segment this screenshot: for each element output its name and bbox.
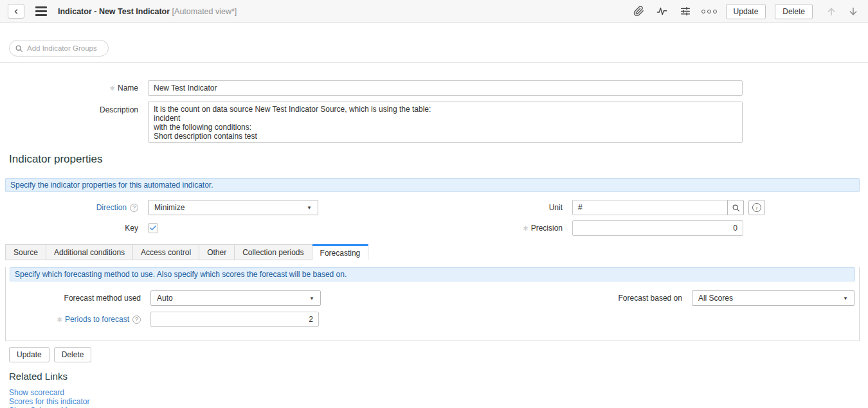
link-scores-for-this-indicator[interactable]: Scores for this indicator bbox=[9, 397, 868, 406]
description-textarea[interactable]: It is the count on data source New Test … bbox=[148, 102, 743, 143]
precision-input[interactable] bbox=[572, 220, 743, 236]
paperclip-icon[interactable] bbox=[632, 4, 646, 19]
indicator-properties-heading: Indicator properties bbox=[0, 143, 868, 166]
key-label: Key bbox=[0, 224, 148, 233]
name-label: ✱ Name bbox=[0, 84, 148, 93]
precision-label: ✱ Precision bbox=[424, 224, 572, 233]
next-record-arrow-down-icon[interactable] bbox=[846, 4, 860, 19]
periods-to-forecast-input[interactable] bbox=[150, 312, 319, 327]
tab-source[interactable]: Source bbox=[5, 244, 46, 260]
search-icon bbox=[732, 204, 740, 212]
tab-other[interactable]: Other bbox=[199, 244, 235, 260]
related-links-heading: Related Links bbox=[9, 371, 868, 382]
back-button[interactable] bbox=[8, 4, 24, 19]
description-label: Description bbox=[0, 105, 148, 114]
forecast-based-on-select[interactable]: All Scores▼ bbox=[692, 290, 854, 306]
forecast-method-label: Forecast method used bbox=[6, 294, 150, 303]
add-indicator-groups-input[interactable] bbox=[27, 44, 103, 52]
previous-record-arrow-up-icon[interactable] bbox=[824, 4, 838, 19]
periods-to-forecast-label[interactable]: ✱ Periods to forecast ? bbox=[6, 315, 150, 324]
key-checkbox[interactable] bbox=[148, 223, 158, 233]
unit-label: Unit bbox=[424, 203, 572, 212]
context-menu-icon[interactable] bbox=[35, 6, 47, 16]
add-indicator-groups-search[interactable] bbox=[9, 40, 109, 57]
tab-additional-conditions[interactable]: Additional conditions bbox=[46, 244, 133, 260]
search-icon bbox=[15, 44, 23, 53]
activity-stream-icon[interactable] bbox=[655, 4, 669, 19]
mandatory-asterisk-icon: ✱ bbox=[523, 225, 528, 232]
forecasting-info-message: Specify which forecasting method to use.… bbox=[10, 267, 855, 281]
header-update-button[interactable]: Update bbox=[726, 4, 766, 19]
chevron-down-icon: ▼ bbox=[843, 296, 848, 301]
personalize-sliders-icon[interactable] bbox=[678, 4, 692, 19]
forecast-method-select[interactable]: Auto▼ bbox=[150, 290, 321, 306]
section-divider bbox=[0, 62, 868, 63]
help-icon[interactable]: ? bbox=[132, 315, 141, 324]
properties-info-message: Specify the indicator properties for thi… bbox=[5, 178, 860, 192]
name-input[interactable] bbox=[148, 80, 743, 96]
help-icon[interactable]: ? bbox=[130, 204, 138, 212]
checkmark-icon bbox=[149, 224, 157, 232]
view-suffix: [Automated view*] bbox=[172, 7, 237, 16]
back-chevron-icon bbox=[12, 8, 20, 15]
unit-lookup-button[interactable] bbox=[727, 200, 744, 215]
more-options-icon[interactable] bbox=[701, 10, 717, 13]
page-title: Indicator - New Test Indicator [Automate… bbox=[58, 7, 237, 16]
chevron-down-icon: ▼ bbox=[307, 205, 312, 211]
form-tabs: Source Additional conditions Access cont… bbox=[5, 244, 868, 260]
mandatory-asterisk-icon: ✱ bbox=[110, 85, 115, 92]
chevron-down-icon: ▼ bbox=[309, 296, 314, 301]
footer-update-button[interactable]: Update bbox=[9, 347, 50, 362]
unit-input[interactable] bbox=[572, 200, 727, 215]
footer-delete-button[interactable]: Delete bbox=[54, 347, 92, 362]
header-delete-button[interactable]: Delete bbox=[775, 4, 813, 19]
forecasting-tab-panel: Specify which forecasting method to use.… bbox=[5, 267, 860, 341]
form-header-bar: Indicator - New Test Indicator [Automate… bbox=[0, 0, 868, 23]
unit-reference-info-button[interactable]: i bbox=[748, 200, 765, 215]
info-icon: i bbox=[752, 203, 761, 212]
tab-access-control[interactable]: Access control bbox=[133, 244, 199, 260]
link-show-scorecard[interactable]: Show scorecard bbox=[9, 388, 868, 397]
forecast-based-on-label: Forecast based on bbox=[430, 294, 692, 303]
direction-label[interactable]: Direction ? bbox=[0, 203, 148, 212]
tab-collection-periods[interactable]: Collection periods bbox=[235, 244, 312, 260]
direction-select[interactable]: Minimize▼ bbox=[148, 200, 318, 215]
mandatory-asterisk-icon: ✱ bbox=[57, 316, 62, 323]
tab-forecasting[interactable]: Forecasting bbox=[312, 244, 369, 260]
